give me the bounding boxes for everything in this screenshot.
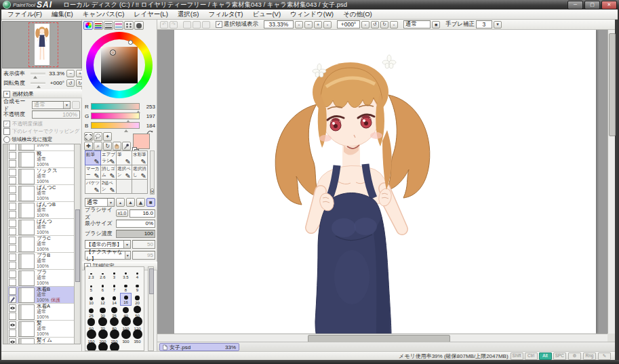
gear-icon[interactable]: ⚙ xyxy=(568,352,581,360)
current-color-swatch[interactable] xyxy=(133,132,153,150)
chevron-down-icon[interactable]: ▾ xyxy=(63,102,70,108)
size-cell[interactable]: 8 xyxy=(120,280,132,293)
canvas-viewport[interactable] xyxy=(157,30,607,333)
blend-mode-select[interactable]: 通常 ▾ xyxy=(32,101,71,109)
tool-cell-2[interactable]: エアブラシ✎ xyxy=(100,150,117,165)
layer-row[interactable]: ぱんつB通常100% xyxy=(3,202,80,219)
layer-row[interactable]: 靴通常100% xyxy=(3,151,80,168)
navigator-viewport-rect[interactable] xyxy=(28,22,58,67)
tool-cell-10[interactable]: 2値ペン✎ xyxy=(100,179,117,194)
sv-marker[interactable] xyxy=(111,50,115,55)
color-mixer-toggle[interactable] xyxy=(114,21,123,30)
edge-hard-button[interactable]: ▲ xyxy=(136,198,145,207)
size-cell[interactable]: 400 xyxy=(85,344,97,351)
zoom-out-button[interactable]: − xyxy=(304,21,313,28)
size-cell[interactable]: 2.3 xyxy=(85,267,97,280)
rgb-sliders-toggle[interactable] xyxy=(94,21,103,30)
size-cell[interactable]: 3 xyxy=(108,267,120,280)
size-cell[interactable]: 30 xyxy=(97,306,108,319)
menu-item[interactable]: 選択(S) xyxy=(173,10,204,19)
chevron-down-icon[interactable]: ▾ xyxy=(107,199,114,206)
green-slider[interactable] xyxy=(91,113,140,119)
vertical-scrollbar[interactable] xyxy=(607,30,615,333)
chevron-down-icon[interactable]: ▾ xyxy=(123,241,130,248)
flip-button[interactable]: ▫ xyxy=(390,21,398,28)
deselect-button[interactable] xyxy=(183,21,191,28)
menu-item[interactable]: キャンバス(C) xyxy=(78,10,129,19)
tool-grid-scrollbar[interactable]: ▾ xyxy=(150,150,155,195)
sampling-mode-button[interactable]: ■ xyxy=(432,21,440,28)
size-cell[interactable]: 16 xyxy=(120,293,132,306)
show-selection-checkbox[interactable]: ✓ xyxy=(216,21,222,28)
size-cell[interactable]: 6 xyxy=(97,280,108,293)
layer-visibility-checkbox[interactable] xyxy=(9,270,16,278)
vertical-scrollbar-thumb[interactable] xyxy=(609,33,616,136)
layer-visibility-checkbox[interactable] xyxy=(9,254,16,261)
size-cell[interactable]: 14 xyxy=(108,293,120,306)
layer-visibility-checkbox[interactable] xyxy=(9,237,16,244)
layer-row[interactable]: 水着B通常100%保護 xyxy=(3,287,80,304)
nav-zoom-marker[interactable] xyxy=(33,74,37,79)
layer-edit-checkbox[interactable] xyxy=(9,160,16,167)
layer-row[interactable]: ぱんつ通常100% xyxy=(3,219,80,236)
layer-row[interactable]: ぱんつC通常100% xyxy=(3,185,80,202)
layer-scrollbar-thumb[interactable] xyxy=(75,209,80,282)
hsv-sliders-toggle[interactable] xyxy=(104,21,113,30)
canvas-page[interactable] xyxy=(174,30,596,333)
menu-item[interactable]: ウィンドウ(W) xyxy=(285,10,338,19)
tool-cell-1[interactable]: 鉛筆✎ xyxy=(85,150,101,165)
canvas-angle-field[interactable]: +000° xyxy=(337,20,360,28)
close-button[interactable]: ✕ xyxy=(601,1,617,9)
stabilizer-dropdown-button[interactable]: ▾ xyxy=(494,21,502,28)
size-cell[interactable]: 3.5 xyxy=(120,267,132,280)
layer-row[interactable]: 通常100% xyxy=(3,144,80,151)
navigator-thumbnail[interactable] xyxy=(2,21,82,68)
layer-visibility-checkbox[interactable] xyxy=(9,321,16,329)
chevron-down-icon[interactable]: ▾ xyxy=(125,251,130,259)
size-cell[interactable]: 500 xyxy=(108,344,120,351)
blue-slider-marker[interactable] xyxy=(124,127,128,132)
rotate-view-tool[interactable]: ↻ xyxy=(103,142,112,150)
document-tab[interactable]: 女子.psd 33% xyxy=(159,343,239,351)
layer-row[interactable]: ブラ通常100% xyxy=(3,270,80,287)
layer-visibility-checkbox[interactable] xyxy=(9,220,16,227)
blue-slider[interactable] xyxy=(91,122,140,129)
menu-item[interactable]: 編集(E) xyxy=(47,10,78,19)
brush-shape-strength[interactable]: 50 xyxy=(132,240,155,249)
saturation-value-square[interactable] xyxy=(101,47,138,83)
layer-visibility-checkbox[interactable] xyxy=(9,287,16,295)
horizontal-scrollbar[interactable] xyxy=(157,333,607,342)
layer-visibility-checkbox[interactable] xyxy=(9,338,16,345)
layer-edit-checkbox[interactable] xyxy=(9,194,16,201)
edge-square-button[interactable]: ■ xyxy=(146,198,155,207)
size-grid-scrollbar-thumb[interactable] xyxy=(149,268,154,294)
selection-source-radio[interactable] xyxy=(3,136,10,143)
rect-select-tool[interactable] xyxy=(84,132,93,141)
preserve-opacity-checkbox[interactable]: ✓ xyxy=(3,121,10,127)
menu-item[interactable]: その他(O) xyxy=(338,10,377,19)
menu-item[interactable]: フィルタ(T) xyxy=(203,10,247,19)
size-cell[interactable]: 300 xyxy=(120,331,132,344)
sampling-mode-select[interactable]: 通常 xyxy=(403,20,431,28)
clipping-checkbox[interactable] xyxy=(3,128,10,135)
layer-edit-checkbox[interactable] xyxy=(9,329,16,337)
nav-rotate-left-button[interactable]: ↺ xyxy=(66,79,75,87)
layer-visibility-checkbox[interactable] xyxy=(9,186,16,193)
size-cell[interactable]: 25 xyxy=(85,306,97,319)
magic-wand-tool[interactable]: ✦ xyxy=(103,132,112,141)
move-tool[interactable]: ✚ xyxy=(84,142,93,150)
layer-visibility-checkbox[interactable] xyxy=(9,152,16,159)
layer-edit-checkbox[interactable] xyxy=(9,211,16,218)
hand-tool[interactable] xyxy=(113,142,121,150)
expand-icon[interactable]: + xyxy=(3,91,10,98)
canvas-zoom-field[interactable]: 33.33% xyxy=(264,20,294,28)
red-slider[interactable] xyxy=(91,103,140,110)
tool-cell-7[interactable]: 選択ペン✎ xyxy=(116,165,132,180)
color-wheel[interactable] xyxy=(86,32,153,98)
menu-item[interactable]: ファイル(F) xyxy=(3,10,47,19)
layer-row[interactable]: 水着A通常100% xyxy=(3,304,80,321)
size-cell[interactable]: 9 xyxy=(132,280,143,293)
layer-edit-checkbox[interactable] xyxy=(9,177,16,184)
tool-cell-5[interactable]: マーカー✎ xyxy=(85,165,101,180)
nav-angle-marker[interactable] xyxy=(37,83,41,88)
